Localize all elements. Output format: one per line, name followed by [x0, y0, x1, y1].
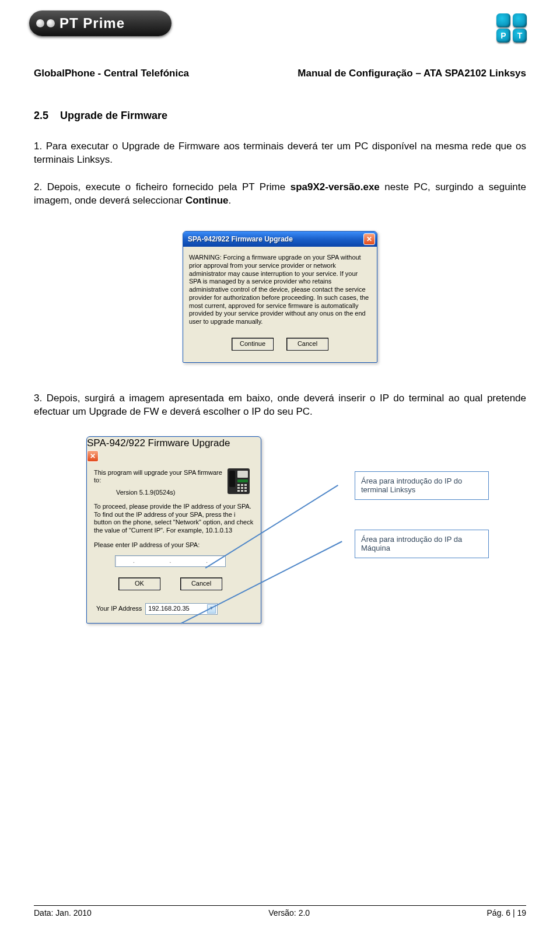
logo-dot: [47, 19, 55, 27]
dialog-title: SPA-942/922 Firmware Upgrade: [188, 234, 293, 244]
badge-letter-t: T: [513, 29, 527, 43]
svg-rect-2: [229, 471, 235, 487]
close-icon[interactable]: ✕: [87, 450, 99, 462]
doc-title-row: GlobalPhone - Central Telefónica Manual …: [0, 50, 560, 85]
doc-left-title: GlobalPhone - Central Telefónica: [34, 68, 189, 79]
dialog-button-row: Continue Cancel: [189, 338, 371, 351]
badge-bead: [496, 13, 510, 27]
step-2-continue-word: Continue: [186, 195, 229, 206]
step-2-filename: spa9X2-versão.exe: [290, 181, 380, 192]
badge-bead: [513, 13, 527, 27]
document-header: PT Prime P T: [0, 0, 560, 50]
dialog2-area: SPA-942/922 Firmware Upgrade ✕ This prog…: [34, 436, 526, 624]
logo-text: PT Prime: [60, 15, 125, 31]
step-2-text-c: .: [229, 195, 232, 206]
step-2-text-a: Depois, execute o ficheiro fornecido pel…: [47, 181, 290, 192]
footer-version: Versão: 2.0: [268, 908, 310, 918]
phone-icon: [226, 467, 251, 496]
step-3-text: Depois, surgirá a imagem apresentada em …: [34, 393, 526, 417]
content-area: 2.5 Upgrade de Firmware 1. Para executar…: [0, 85, 560, 624]
step-number: 2.: [34, 181, 42, 192]
footer-page: Pág. 6 | 19: [487, 908, 526, 918]
svg-rect-5: [241, 484, 243, 486]
dialog1-wrap: SPA-942/922 Firmware Upgrade ✕ WARNING: …: [34, 231, 526, 363]
dialog-titlebar: SPA-942/922 Firmware Upgrade ✕: [183, 232, 377, 247]
cancel-button[interactable]: Cancel: [180, 577, 222, 590]
callout-machine-ip: Área para introdução do IP da Máquina: [355, 530, 489, 558]
callout-terminal-ip: Área para introdução do IP do terminal L…: [355, 471, 489, 500]
svg-rect-6: [244, 484, 247, 486]
enter-ip-label: Please enter IP address of your SPA:: [94, 541, 254, 549]
svg-rect-11: [241, 490, 243, 492]
pt-badge-icon: P T: [492, 10, 531, 45]
close-icon[interactable]: ✕: [363, 233, 375, 245]
your-ip-row: Your IP Address 192.168.20.35 ▼: [94, 603, 254, 615]
svg-rect-9: [244, 487, 247, 489]
cancel-button[interactable]: Cancel: [286, 338, 328, 351]
continue-button[interactable]: Continue: [232, 338, 274, 351]
your-ip-label: Your IP Address: [96, 604, 142, 613]
section-heading: 2.5 Upgrade de Firmware: [34, 108, 526, 122]
step-number: 1.: [34, 141, 42, 152]
ok-button[interactable]: OK: [118, 577, 160, 590]
dialog2-button-row: OK Cancel: [94, 577, 254, 590]
dialog-body: WARNING: Forcing a firmware upgrade on y…: [183, 247, 377, 362]
badge-letter-p: P: [496, 29, 510, 43]
step-2: 2. Depois, execute o ficheiro fornecido …: [34, 181, 526, 208]
dialog-titlebar: SPA-942/922 Firmware Upgrade ✕: [87, 437, 261, 462]
dialog-title: SPA-942/922 Firmware Upgrade: [87, 437, 230, 449]
svg-rect-3: [237, 479, 248, 482]
svg-rect-7: [237, 487, 240, 489]
proceed-instructions: To proceed, please provide the IP addres…: [94, 503, 254, 535]
svg-rect-8: [241, 487, 243, 489]
svg-rect-1: [237, 471, 248, 478]
logo-dot: [36, 19, 44, 27]
footer-date: Data: Jan. 2010: [34, 908, 92, 918]
dialog-body: This program will upgrade your SPA firmw…: [87, 462, 261, 623]
step-number: 3.: [34, 393, 42, 404]
page-footer: Data: Jan. 2010 Versão: 2.0 Pág. 6 | 19: [34, 905, 526, 918]
step-1: 1. Para executar o Upgrade de Firmware a…: [34, 140, 526, 167]
warning-text: WARNING: Forcing a firmware upgrade on y…: [189, 254, 371, 326]
section-number: 2.5: [34, 110, 48, 121]
doc-right-title: Manual de Configuração – ATA SPA2102 Lin…: [298, 68, 526, 79]
firmware-upgrade-dialog: SPA-942/922 Firmware Upgrade ✕ WARNING: …: [183, 231, 377, 363]
pt-prime-logo: PT Prime: [29, 10, 172, 36]
step-1-text: Para executar o Upgrade de Firmware aos …: [34, 141, 526, 165]
section-title-text: Upgrade de Firmware: [60, 110, 167, 121]
svg-rect-10: [237, 490, 240, 492]
svg-rect-4: [237, 484, 240, 486]
svg-rect-12: [244, 490, 247, 492]
step-3: 3. Depois, surgirá a imagem apresentada …: [34, 392, 526, 419]
your-ip-value: 192.168.20.35: [148, 604, 189, 613]
